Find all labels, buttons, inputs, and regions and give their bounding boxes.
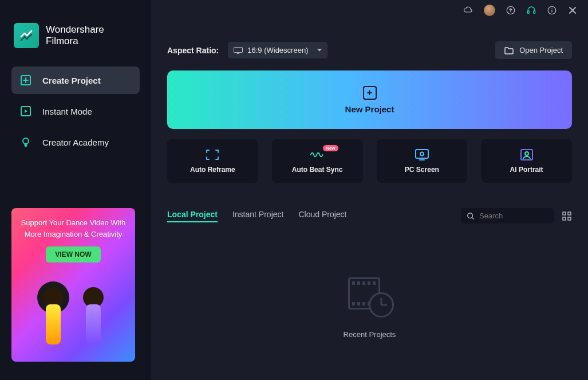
svg-rect-14 bbox=[563, 212, 566, 215]
tab-instant-project[interactable]: Instant Project bbox=[232, 210, 284, 222]
brand-line2: Filmora bbox=[46, 36, 104, 47]
promo-line1: Support Your Dance Video With bbox=[21, 217, 126, 229]
toolbar: Aspect Ratio: 16:9 (Widescreen) Open Pro… bbox=[151, 21, 588, 70]
svg-rect-9 bbox=[416, 150, 428, 158]
nav-label: Instant Mode bbox=[42, 107, 92, 116]
folder-icon bbox=[504, 46, 514, 54]
project-tabs-row: Local Project Instant Project Cloud Proj… bbox=[167, 208, 572, 224]
promo-illustration bbox=[11, 270, 135, 362]
sidebar-nav: Create Project Instant Mode Creator Acad… bbox=[0, 66, 151, 156]
recent-projects-label: Recent Projects bbox=[344, 330, 396, 339]
search-box[interactable] bbox=[461, 208, 554, 224]
plus-document-icon: + bbox=[363, 86, 377, 100]
tab-cloud-project[interactable]: Cloud Project bbox=[298, 210, 346, 222]
card-label: PC Screen bbox=[405, 166, 439, 174]
portrait-icon bbox=[519, 148, 534, 161]
nav-label: Creator Academy bbox=[42, 138, 109, 147]
svg-rect-15 bbox=[568, 212, 571, 215]
titlebar bbox=[151, 0, 588, 21]
recent-projects-empty: Recent Projects bbox=[167, 277, 572, 339]
card-auto-beat-sync[interactable]: New Auto Beat Sync bbox=[272, 139, 363, 183]
cloud-icon[interactable] bbox=[463, 5, 473, 15]
svg-point-7 bbox=[551, 8, 553, 9]
search-icon bbox=[467, 212, 475, 220]
plus-square-icon bbox=[19, 74, 32, 87]
card-pc-screen[interactable]: PC Screen bbox=[377, 139, 468, 183]
grid-view-icon[interactable] bbox=[562, 211, 572, 221]
nav-label: Create Project bbox=[42, 76, 101, 85]
recent-empty-icon bbox=[346, 277, 394, 318]
screen-record-icon bbox=[415, 148, 429, 161]
main-area: Aspect Ratio: 16:9 (Widescreen) Open Pro… bbox=[151, 0, 588, 380]
brand-line1: Wondershare bbox=[46, 24, 104, 36]
svg-point-10 bbox=[420, 152, 424, 156]
avatar[interactable] bbox=[484, 5, 495, 16]
nav-create-project[interactable]: Create Project bbox=[11, 66, 140, 94]
svg-point-2 bbox=[23, 138, 29, 144]
tab-local-project[interactable]: Local Project bbox=[167, 210, 218, 222]
app-logo: Wondershare Filmora bbox=[0, 0, 151, 66]
feature-cards: Auto Reframe New Auto Beat Sync PC Scree… bbox=[167, 139, 572, 183]
lightbulb-icon bbox=[19, 136, 32, 148]
promo-view-now-button[interactable]: VIEW NOW bbox=[46, 246, 100, 263]
project-tabs: Local Project Instant Project Cloud Proj… bbox=[167, 210, 346, 222]
svg-rect-16 bbox=[563, 217, 566, 220]
nav-creator-academy[interactable]: Creator Academy bbox=[11, 128, 140, 156]
sidebar: Wondershare Filmora Create Project Insta… bbox=[0, 0, 151, 380]
promo-banner[interactable]: Support Your Dance Video With More Imagi… bbox=[11, 208, 135, 362]
card-ai-portrait[interactable]: AI Portrait bbox=[481, 139, 572, 183]
search-input[interactable] bbox=[479, 211, 548, 220]
logo-text: Wondershare Filmora bbox=[46, 24, 104, 47]
card-label: AI Portrait bbox=[510, 166, 543, 174]
card-label: Auto Beat Sync bbox=[292, 166, 343, 174]
promo-text: Support Your Dance Video With More Imagi… bbox=[21, 217, 126, 240]
new-project-button[interactable]: + New Project bbox=[167, 70, 572, 129]
content: + New Project Auto Reframe New Auto Beat… bbox=[151, 70, 588, 339]
aspect-ratio-select[interactable]: 16:9 (Widescreen) bbox=[228, 42, 327, 58]
monitor-icon bbox=[234, 47, 243, 54]
close-icon[interactable] bbox=[567, 5, 578, 15]
nav-instant-mode[interactable]: Instant Mode bbox=[11, 97, 140, 125]
svg-rect-4 bbox=[527, 11, 529, 14]
reframe-icon bbox=[205, 148, 220, 161]
open-project-label: Open Project bbox=[519, 46, 563, 54]
logo-icon bbox=[14, 23, 39, 48]
promo-line2: More Imagination & Creativity bbox=[21, 229, 126, 240]
new-badge: New bbox=[323, 145, 338, 151]
headphones-icon[interactable] bbox=[526, 5, 536, 15]
waveform-icon bbox=[310, 148, 325, 161]
upload-icon[interactable] bbox=[506, 5, 516, 15]
play-square-icon bbox=[19, 105, 32, 117]
aspect-ratio-value: 16:9 (Widescreen) bbox=[247, 46, 308, 54]
svg-rect-8 bbox=[234, 47, 243, 52]
info-icon[interactable] bbox=[547, 5, 557, 15]
card-label: Auto Reframe bbox=[190, 166, 235, 174]
card-auto-reframe[interactable]: Auto Reframe bbox=[167, 139, 258, 183]
aspect-ratio-label: Aspect Ratio: bbox=[167, 46, 219, 55]
open-project-button[interactable]: Open Project bbox=[495, 41, 572, 59]
new-project-label: New Project bbox=[345, 104, 394, 114]
svg-rect-17 bbox=[568, 217, 571, 220]
svg-rect-5 bbox=[534, 11, 535, 14]
svg-point-12 bbox=[525, 152, 528, 155]
